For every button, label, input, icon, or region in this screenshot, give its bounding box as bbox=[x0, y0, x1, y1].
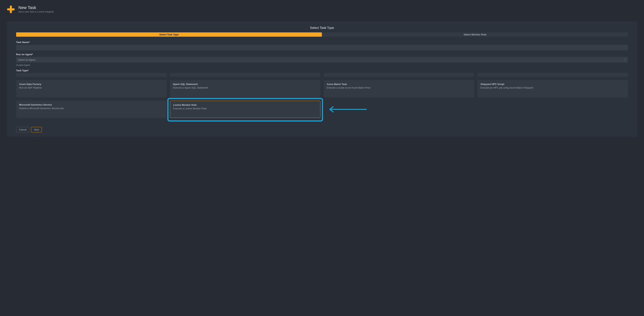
card-desc: Execute a script on an Azure Batch Pool bbox=[327, 86, 471, 89]
form-area: Task Name* Run on Agent* Select an Agent… bbox=[9, 41, 635, 118]
next-button[interactable]: Next bbox=[31, 127, 42, 132]
stub-card bbox=[170, 73, 320, 77]
card-desc: Execute an HPC job using Azure Batch Shi… bbox=[480, 86, 625, 89]
card-desc: Submit a Microsoft Genomics Service job bbox=[19, 107, 164, 110]
task-type-card-shipyard-hpc[interactable]: Shipyard HPC Script Execute an HPC job u… bbox=[478, 80, 628, 97]
task-type-card-spark-sql[interactable]: Spark SQL Statement Execute a Spark SQL … bbox=[170, 80, 320, 97]
card-title: Azure Batch Task bbox=[327, 83, 471, 85]
page-title: New Task bbox=[18, 5, 54, 10]
task-type-card-azure-data-factory[interactable]: Azure Data Factory Run an ADF Pipeline bbox=[16, 80, 166, 97]
button-row: Cancel Next bbox=[9, 127, 635, 132]
page-subtitle: Add a new Task to Loome Integrate bbox=[18, 10, 54, 13]
task-name-input[interactable] bbox=[16, 45, 628, 50]
task-name-label: Task Name* bbox=[16, 41, 628, 44]
card-title: Shipyard HPC Script bbox=[480, 83, 625, 85]
card-desc: Execute a Loome Monitor Rule bbox=[173, 107, 317, 110]
stub-card bbox=[324, 73, 474, 77]
plus-icon bbox=[7, 5, 15, 13]
task-type-card-azure-batch[interactable]: Azure Batch Task Execute a script on an … bbox=[324, 80, 474, 97]
tab-row: Select Task Type Select Monitor Rule bbox=[9, 32, 635, 37]
card-desc: Execute a Spark SQL Statement bbox=[173, 86, 318, 89]
task-panel: Select Task Type Select Task Type Select… bbox=[7, 21, 637, 137]
cancel-button[interactable]: Cancel bbox=[16, 127, 29, 132]
page-header: New Task Add a new Task to Loome Integra… bbox=[0, 0, 644, 17]
arrow-left-icon bbox=[328, 106, 367, 113]
task-type-label: Task Type* bbox=[16, 69, 628, 72]
task-type-card-loome-monitor-rule[interactable]: Loome Monitor Rule Execute a Loome Monit… bbox=[170, 101, 320, 118]
svg-rect-1 bbox=[7, 8, 14, 10]
card-title: Microsoft Genomics Service bbox=[19, 103, 164, 106]
highlight-annotation-wrap: Loome Monitor Rule Execute a Loome Monit… bbox=[170, 101, 320, 118]
agent-helper-text: Invalid Agent bbox=[16, 64, 628, 66]
tab-select-task-type[interactable]: Select Task Type bbox=[16, 32, 322, 37]
task-type-grid: Azure Data Factory Run an ADF Pipeline S… bbox=[16, 80, 628, 118]
agent-select[interactable]: Select an Agent... bbox=[16, 57, 628, 62]
run-on-agent-label: Run on Agent* bbox=[16, 53, 628, 56]
panel-title: Select Task Type bbox=[9, 26, 635, 30]
header-divider bbox=[3, 17, 641, 17]
task-type-card-microsoft-genomics[interactable]: Microsoft Genomics Service Submit a Micr… bbox=[16, 101, 166, 118]
task-type-stub-row bbox=[16, 73, 628, 77]
stub-card bbox=[16, 73, 166, 77]
tab-select-monitor-rule[interactable]: Select Monitor Rule bbox=[322, 32, 628, 37]
card-title: Spark SQL Statement bbox=[173, 83, 318, 85]
card-title: Loome Monitor Rule bbox=[173, 103, 317, 106]
card-desc: Run an ADF Pipeline bbox=[19, 86, 164, 89]
stub-card bbox=[478, 73, 628, 77]
card-title: Azure Data Factory bbox=[19, 83, 164, 85]
